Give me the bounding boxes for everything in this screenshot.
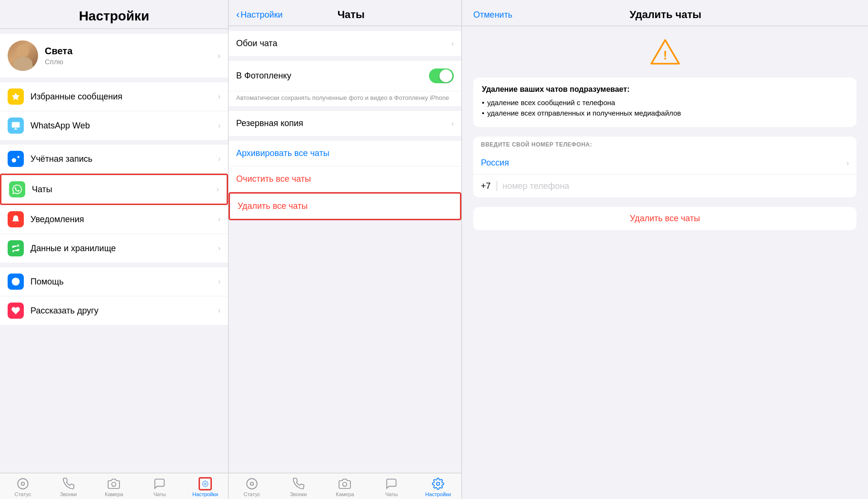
delete-panel-title: Удалить чаты [629,9,701,21]
phone-code: +7 [481,181,491,191]
toggle-knob [439,69,452,82]
delete-all-button[interactable]: Удалить все чаты [229,192,461,220]
archive-all-label: Архивировать все чаты [236,148,329,158]
chevron-icon: › [218,215,220,224]
warning-item-1: удаление всех сообщений с телефона [482,98,848,107]
warning-item-2: удаление всех отправленных и полученных … [482,109,848,117]
phone-divider [497,181,497,191]
svg-point-8 [18,479,28,489]
tab-camera-2[interactable]: Камера [322,477,369,497]
tab-chats-1[interactable]: Чаты [137,477,182,497]
profile-status: Сплю [45,58,218,66]
heart-icon [8,303,24,319]
chats-actions-section: Архивировать все чаты Очистить все чаты … [229,141,461,220]
chats-tab-icon-2 [385,477,398,490]
sidebar-item-notifications[interactable]: Уведомления › [0,205,228,234]
sidebar-item-help[interactable]: Помощь › [0,267,228,296]
chevron-icon: › [218,92,220,101]
settings-list: Избранные сообщения › WhatsApp Web › [0,82,228,140]
spacer2 [229,220,461,473]
info-icon [8,274,24,290]
tab-settings-label-2: Настройки [425,491,451,497]
backup-item[interactable]: Резервная копия › [229,111,461,136]
whatsapp-web-label: WhatsApp Web [30,121,218,131]
notifications-label: Уведомления [30,215,218,225]
phone-input[interactable]: номер телефона [503,181,569,191]
profile-name: Света [45,46,218,57]
profile-row[interactable]: Света Сплю › [0,34,228,78]
tab-chats-2[interactable]: Чаты [368,477,415,497]
warning-triangle-icon: ! [649,38,682,66]
settings-header: Настройки [0,0,228,29]
delete-panel: Отменить Удалить чаты ! Удаление ваших ч… [462,0,868,499]
backup-chevron-icon: › [451,119,454,128]
tab-camera-1[interactable]: Камера [91,477,137,497]
profile-chevron-icon: › [218,51,220,61]
tab-settings-label-1: Настройки [192,491,218,497]
clear-all-button[interactable]: Очистить все чаты [229,166,461,192]
monitor-icon [8,117,24,134]
profile-info: Света Сплю [45,46,218,66]
svg-rect-2 [12,122,20,128]
tab-settings-1[interactable]: Настройки [182,477,228,497]
settings-panel: Настройки Света Сплю › Избранные сообщен… [0,0,229,499]
tab-calls-1[interactable]: Звонки [46,477,91,497]
tab-status-1[interactable]: Статус [0,477,46,497]
settings-tab-icon [199,477,212,490]
settings-title: Настройки [79,9,150,23]
svg-text:!: ! [663,49,667,62]
settings-section-3: Помощь › Рассказать другу › [0,267,228,325]
sidebar-item-chats[interactable]: Чаты › [0,174,228,205]
tab-status-2[interactable]: Статус [229,477,275,497]
sidebar-item-storage[interactable]: Данные и хранилище › [0,234,228,263]
delete-content: ! Удаление ваших чатов подразумевает: уд… [462,26,868,242]
tab-chats-label-1: Чаты [153,491,166,497]
status-icon [16,477,30,490]
warning-title: Удаление ваших чатов подразумевает: [482,85,848,94]
archive-all-button[interactable]: Архивировать все чаты [229,141,461,166]
clear-all-label: Очистить все чаты [236,174,311,184]
save-photos-item[interactable]: В Фотопленку [229,61,461,91]
sidebar-item-tell-friend[interactable]: Рассказать другу › [0,296,228,325]
tab-status-label-2: Статус [244,491,260,497]
wallpaper-item[interactable]: Обои чата › [229,31,461,56]
country-selector[interactable]: Россия › [473,152,857,175]
delete-all-chats-button[interactable]: Удалить все чаты [473,207,857,230]
wallpaper-chevron-icon: › [451,39,454,48]
sidebar-item-whatsapp-web[interactable]: WhatsApp Web › [0,111,228,140]
svg-point-1 [12,61,33,71]
save-photos-toggle[interactable] [429,68,454,83]
warning-icon-container: ! [473,38,857,66]
back-label: Настройки [240,10,282,20]
tell-friend-label: Рассказать другу [30,306,218,316]
chevron-icon: › [218,244,220,253]
tab-settings-2[interactable]: Настройки [415,477,461,497]
svg-point-15 [437,482,440,486]
wallpaper-label: Обои чата [236,39,451,49]
cancel-button[interactable]: Отменить [473,10,512,20]
avatar [8,40,38,71]
tab-camera-label-1: Камера [105,491,123,497]
svg-point-10 [112,482,116,487]
back-button[interactable]: ‹ Настройки [236,10,283,20]
chats-panel-header: ‹ Настройки Чаты [229,0,461,26]
spacer [0,325,228,473]
camera-icon [107,477,120,490]
sidebar-item-starred[interactable]: Избранные сообщения › [0,82,228,111]
sidebar-item-account[interactable]: Учётная запись › [0,145,228,174]
chats-settings-panel: ‹ Настройки Чаты Обои чата › В Фотопленк… [229,0,462,499]
star-icon [8,88,24,105]
backup-label: Резервная копия [236,118,451,128]
back-chevron-icon: ‹ [236,10,239,20]
bell-icon [8,211,24,227]
tab-calls-2[interactable]: Звонки [275,477,322,497]
settings-tab-icon-2 [431,477,445,490]
status-icon-2 [245,477,259,490]
wallpaper-section: Обои чата › [229,31,461,56]
chevron-icon: › [217,185,219,194]
delete-panel-header: Отменить Удалить чаты [462,0,868,26]
svg-point-14 [343,482,347,487]
chevron-icon: › [218,155,220,163]
phone-section: ВВЕДИТЕ СВОЙ НОМЕР ТЕЛЕФОНА: Россия › +7… [473,137,857,197]
delete-btn-container: Удалить все чаты [473,207,857,230]
